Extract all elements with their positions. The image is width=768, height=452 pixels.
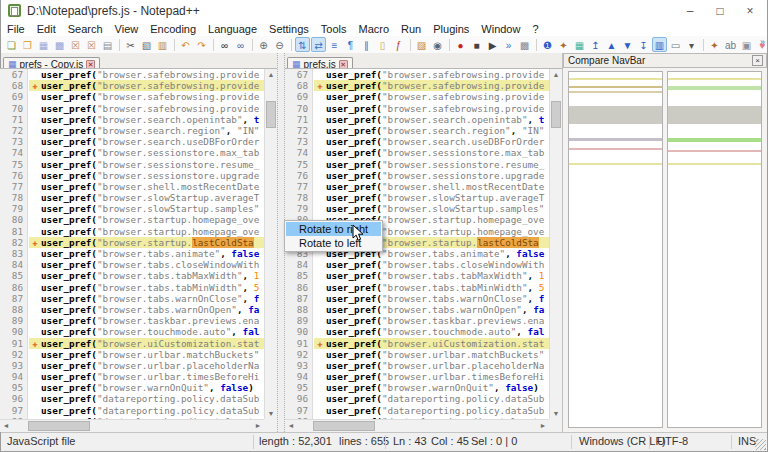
- menu-edit[interactable]: Edit: [31, 22, 62, 36]
- code-line[interactable]: user_pref("browser.search.useDBForOrder: [326, 136, 549, 147]
- replace-icon[interactable]: ∞: [233, 37, 248, 52]
- plugin-tools-icon[interactable]: ✦: [707, 37, 722, 52]
- code-line[interactable]: user_pref("browser.sessionstore.resume_: [41, 159, 264, 170]
- code-line[interactable]: user_pref("browser.urlbar.timesBeforeHi: [41, 371, 264, 382]
- code-line[interactable]: user_pref("browser.tabs.warnOnClose", f: [326, 293, 549, 304]
- indent-guide-icon[interactable]: ∥: [359, 37, 374, 52]
- save-all-icon[interactable]: ▩: [52, 37, 67, 52]
- save-icon[interactable]: ▦: [36, 37, 51, 52]
- horizontal-scroll-thumb[interactable]: [28, 421, 90, 431]
- zoom-in-icon[interactable]: ⊕: [256, 37, 271, 52]
- code-line[interactable]: user_pref("browser.touchmode.auto", fal: [41, 326, 264, 337]
- menu-run[interactable]: Run: [395, 22, 427, 36]
- scroll-right-arrow-icon[interactable]: ►: [537, 420, 549, 432]
- filter-diffs-icon[interactable]: ▾: [684, 37, 699, 52]
- code-line[interactable]: user_pref("browser.warnOnQuit", false): [326, 382, 549, 393]
- code-line[interactable]: user_pref("browser.warnOnQuit", false): [41, 382, 264, 393]
- code-line[interactable]: user_pref("browser.safebrowsing.provide: [326, 103, 549, 114]
- resize-grip[interactable]: [755, 439, 766, 450]
- first-diff-icon[interactable]: ↥: [588, 37, 603, 52]
- compare-settings-icon[interactable]: ▦: [572, 37, 587, 52]
- horizontal-scrollbar[interactable]: ◄ ►: [285, 419, 549, 432]
- horizontal-scroll-thumb[interactable]: [313, 421, 375, 431]
- close-all-icon[interactable]: ☒: [84, 37, 99, 52]
- code-line[interactable]: user_pref("browser.slowStartup.samples": [326, 203, 549, 214]
- run-macro-multiple-icon[interactable]: »: [501, 37, 516, 52]
- code-line[interactable]: user_pref("browser.urlbar.timesBeforeHi: [326, 371, 549, 382]
- code-line[interactable]: user_pref("browser.slowStartup.averageT: [326, 192, 549, 203]
- code-line[interactable]: user_pref("browser.shell.mostRecentDate: [41, 181, 264, 192]
- navbar-close-icon[interactable]: ×: [752, 55, 763, 66]
- word-wrap-icon[interactable]: ≡: [327, 37, 342, 52]
- code-line[interactable]: user_pref("browser.safebrowsing.provide: [41, 80, 264, 91]
- close-file-icon[interactable]: ☒: [68, 37, 83, 52]
- code-line[interactable]: user_pref("browser.urlbar.placeholderNa: [41, 360, 264, 371]
- close-button[interactable]: ×: [735, 0, 765, 22]
- code-line[interactable]: user_pref("browser.tabs.tabMinWidth", 5: [41, 282, 264, 293]
- find-icon[interactable]: ∞: [217, 37, 232, 52]
- context-menu-item-rotate-to-left[interactable]: Rotate to left: [286, 236, 381, 250]
- minimize-button[interactable]: –: [675, 0, 705, 22]
- code-line[interactable]: user_pref("browser.startup.homepage_ove: [41, 214, 264, 225]
- code-line[interactable]: user_pref("browser.search.region", "IN": [326, 125, 549, 136]
- code-line[interactable]: user_pref("browser.safebrowsing.provide: [326, 91, 549, 102]
- code-line[interactable]: user_pref("browser.tabs.closeWindowWith: [326, 259, 549, 270]
- code-line[interactable]: user_pref("browser.search.openintab", t: [41, 114, 264, 125]
- status-insert-mode[interactable]: INS: [738, 435, 756, 447]
- code-line[interactable]: user_pref("browser.tabs.tabMaxWidth", 1: [326, 270, 549, 281]
- prev-diff-icon[interactable]: ▲: [604, 37, 619, 52]
- code-line[interactable]: user_pref("browser.safebrowsing.provide: [326, 80, 549, 91]
- code-line[interactable]: user_pref("browser.safebrowsing.provide: [326, 69, 549, 80]
- menu-help[interactable]: ?: [526, 22, 544, 36]
- horizontal-scrollbar[interactable]: ◄ ►: [0, 419, 264, 432]
- new-file-icon[interactable]: ❏: [4, 37, 19, 52]
- menu-plugins[interactable]: Plugins: [427, 22, 475, 36]
- show-all-characters-icon[interactable]: ¶: [343, 37, 358, 52]
- vertical-scroll-thumb[interactable]: [266, 101, 276, 128]
- copy-icon[interactable]: ▧: [139, 37, 154, 52]
- compare-nav-bar-icon[interactable]: ▥: [652, 37, 667, 52]
- code-line[interactable]: user_pref("browser.taskbar.previews.ena: [326, 315, 549, 326]
- compare-set-first-icon[interactable]: ❶: [540, 37, 555, 52]
- navbar-minimap-right[interactable]: [667, 71, 762, 428]
- code-line[interactable]: user_pref("browser.tabs.tabMaxWidth", 1: [41, 270, 264, 281]
- scroll-right-arrow-icon[interactable]: ►: [252, 420, 264, 432]
- code-line[interactable]: user_pref("browser.search.openintab", t: [326, 114, 549, 125]
- code-line[interactable]: user_pref("browser.urlbar.matchBuckets": [41, 349, 264, 360]
- sync-horizontal-scroll-icon[interactable]: ⇄: [311, 37, 326, 52]
- zoom-out-icon[interactable]: ⊖: [272, 37, 287, 52]
- redo-icon[interactable]: ↷: [194, 37, 209, 52]
- code-line[interactable]: user_pref("browser.taskbar.previews.ena: [41, 315, 264, 326]
- record-macro-icon[interactable]: ●: [453, 37, 468, 52]
- playback-macro-icon[interactable]: ▶: [485, 37, 500, 52]
- compare-icon[interactable]: ✦: [556, 37, 571, 52]
- navbar-minimap-left[interactable]: [568, 71, 663, 428]
- monitoring-icon[interactable]: ◉: [430, 37, 445, 52]
- menu-file[interactable]: File: [1, 22, 31, 36]
- plugin-ab-icon[interactable]: ab: [723, 37, 738, 52]
- code-line[interactable]: user_pref("browser.slowStartup.averageT: [41, 192, 264, 203]
- left-editor-pane[interactable]: 6768697071727374757677787980818283848586…: [0, 68, 277, 432]
- code-line[interactable]: user_pref("browser.sessionstore.upgrade: [41, 170, 264, 181]
- scroll-left-arrow-icon[interactable]: ◄: [285, 420, 297, 432]
- menu-settings[interactable]: Settings: [263, 22, 315, 36]
- code-line[interactable]: user_pref("datareporting.policy.dataSub: [326, 405, 549, 416]
- next-diff-icon[interactable]: ▼: [620, 37, 635, 52]
- code-line[interactable]: user_pref("browser.tabs.warnOnClose", f: [41, 293, 264, 304]
- code-line[interactable]: user_pref("browser.sessionstore.resume_: [326, 159, 549, 170]
- menu-language[interactable]: Language: [202, 22, 263, 36]
- open-file-icon[interactable]: ❒: [20, 37, 35, 52]
- menu-encoding[interactable]: Encoding: [144, 22, 202, 36]
- print-icon[interactable]: ▤: [100, 37, 115, 52]
- function-list-icon[interactable]: ƒ: [391, 37, 406, 52]
- code-line[interactable]: user_pref("browser.uiCustomization.stat: [326, 338, 549, 349]
- menu-view[interactable]: View: [109, 22, 145, 36]
- code-line[interactable]: user_pref("browser.tabs.closeWindowWith: [41, 259, 264, 270]
- menu-window[interactable]: Window: [475, 22, 526, 36]
- code-line[interactable]: user_pref("browser.tabs.warnOnOpen", fa: [326, 304, 549, 315]
- code-line[interactable]: user_pref("browser.startup.homepage_ove: [41, 226, 264, 237]
- scroll-left-arrow-icon[interactable]: ◄: [0, 420, 12, 432]
- code-line[interactable]: user_pref("browser.tabs.animate", false: [41, 248, 264, 259]
- code-line[interactable]: user_pref("browser.urlbar.matchBuckets": [326, 349, 549, 360]
- code-line[interactable]: user_pref("datareporting.policy.dataSub: [41, 393, 264, 404]
